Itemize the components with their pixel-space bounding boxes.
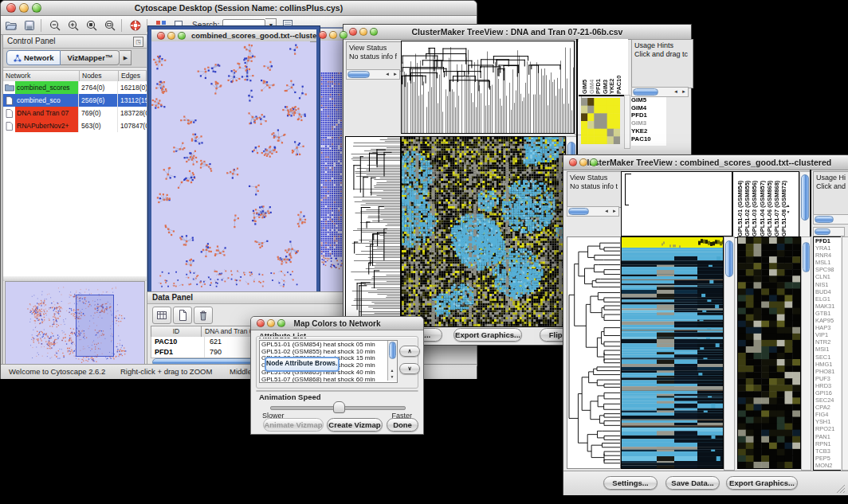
close-button[interactable]: [157, 32, 165, 40]
heatmap-side[interactable]: [737, 236, 801, 469]
gene-label: PHO81: [814, 368, 841, 375]
gene-list-vscrollbar[interactable]: [842, 236, 848, 471]
side-heatmap-vscrollbar[interactable]: [801, 236, 811, 471]
gene-label: ELG1: [814, 295, 841, 303]
attribute-list-vscrollbar[interactable]: ▲ ▼: [387, 341, 397, 381]
scroll-right-arrow[interactable]: ►: [391, 70, 399, 78]
tab-vizmapper[interactable]: VizMapper™: [61, 50, 120, 65]
view-status-hscrollbar[interactable]: ◄ ►: [346, 69, 400, 80]
zoom-in-icon[interactable]: [65, 18, 81, 33]
gene-label: RPO21: [814, 425, 841, 432]
zoom-button[interactable]: [277, 319, 285, 327]
view-status-line2: No status info t: [570, 182, 619, 191]
move-up-button[interactable]: ∧: [399, 346, 420, 357]
birdseye-view[interactable]: [5, 281, 145, 365]
network-table-row[interactable]: RNAPuberNov2+563(0)107847(0): [3, 119, 147, 132]
float-panel-icon[interactable]: ◳: [133, 37, 143, 47]
zoom-button[interactable]: [590, 158, 598, 166]
close-button[interactable]: [319, 31, 327, 39]
scroll-down-arrow[interactable]: ▼: [784, 208, 792, 216]
save-data-button[interactable]: Save Data...: [665, 476, 720, 490]
network-table-row[interactable]: DNA and Tran 07769(0)183728(0): [3, 107, 147, 119]
scroll-left-arrow[interactable]: ◄: [603, 207, 610, 215]
create-vizmap-button[interactable]: Create Vizmap: [327, 418, 383, 432]
heatmap-main[interactable]: [621, 236, 724, 469]
zoom-fit-icon[interactable]: [102, 18, 118, 33]
slider-thumb[interactable]: [333, 401, 345, 413]
document-icon[interactable]: [173, 307, 192, 324]
save-session-icon[interactable]: [22, 18, 37, 33]
row-dendrogram[interactable]: [345, 136, 401, 327]
export-graphics-button[interactable]: Export Graphics...: [726, 476, 798, 490]
gene-label: CLN1: [814, 273, 841, 280]
col-nodes: Nodes: [80, 71, 119, 81]
zoom-button[interactable]: [32, 3, 41, 13]
separator: [256, 390, 418, 392]
node-attribute-browser-tab[interactable]: Node Attribute Brows...: [265, 357, 340, 372]
main-titlebar[interactable]: Cytoscape Desktop (Session Name: collins…: [1, 1, 477, 16]
view-status-line2: No status info f: [349, 53, 400, 61]
birdseye-viewport-rect[interactable]: [76, 295, 114, 357]
birdseye-canvas[interactable]: [6, 282, 143, 363]
treeview2-titlebar[interactable]: ClusterMaker TreeView : combined_scores_…: [563, 155, 848, 170]
network-table-row[interactable]: combined_sco2569(6)13112(15): [3, 94, 147, 107]
zoom-out-icon[interactable]: [47, 18, 63, 33]
tab-network[interactable]: Network: [6, 50, 61, 65]
minimize-button[interactable]: [579, 158, 587, 166]
heatmap-vscrollbar[interactable]: [724, 236, 735, 471]
resize-grip[interactable]: [836, 484, 846, 494]
open-file-icon[interactable]: [3, 18, 19, 33]
tab-overflow-arrow[interactable]: ▶: [120, 50, 132, 65]
network1-canvas[interactable]: [151, 41, 310, 291]
export-graphics-button[interactable]: Export Graphics...: [453, 328, 522, 342]
zoom-button[interactable]: [370, 28, 378, 36]
scroll-right-arrow[interactable]: ►: [680, 88, 688, 96]
attribute-list-item[interactable]: GPL51-07 (GSM868) heat shock 60 min: [261, 377, 387, 383]
done-button[interactable]: Done: [387, 418, 418, 432]
table-icon[interactable]: [152, 307, 171, 324]
move-down-button[interactable]: ∨: [399, 363, 420, 374]
scroll-down-arrow[interactable]: ▼: [388, 373, 396, 381]
mini-heatmap[interactable]: [581, 98, 620, 144]
network-table-row[interactable]: combined_scores2764(0)16218(0): [3, 81, 147, 94]
treeview1-titlebar[interactable]: ClusterMaker TreeView : DNA and Tran 07-…: [344, 25, 691, 40]
usage-hints-hscrollbar[interactable]: [813, 214, 848, 225]
column-labels-vscrollbar[interactable]: [799, 171, 811, 238]
column-label: GPL51-01 (GSM854): [736, 174, 744, 236]
network-table-header: Network Nodes Edges: [3, 70, 147, 82]
minimize-button[interactable]: [359, 28, 367, 36]
mini-vscroll-strip[interactable]: [624, 95, 630, 149]
scroll-right-arrow[interactable]: ►: [610, 207, 618, 215]
zoom-button[interactable]: [178, 32, 186, 40]
view-status-hscrollbar[interactable]: ◄ ►: [567, 206, 619, 217]
document-icon: [3, 107, 15, 119]
zoom-selected-icon[interactable]: [84, 18, 100, 33]
col-id: ID: [151, 326, 202, 337]
col-edges: Edges: [119, 71, 147, 81]
row-dendrogram[interactable]: [567, 236, 621, 469]
minimize-button[interactable]: [267, 319, 275, 327]
trash-icon[interactable]: [194, 307, 213, 324]
scroll-left-arrow[interactable]: ◄: [383, 70, 391, 78]
close-button[interactable]: [349, 28, 357, 36]
close-button[interactable]: [257, 319, 265, 327]
settings-button[interactable]: Settings...: [603, 476, 658, 490]
minimize-button[interactable]: [329, 31, 337, 39]
usage-hints-hscrollbar[interactable]: ◄ ►: [631, 87, 689, 97]
treeview1-title: ClusterMaker TreeView : DNA and Tran 07-…: [344, 27, 691, 37]
close-button[interactable]: [6, 3, 16, 13]
heatmap-main[interactable]: [401, 136, 566, 327]
dialog-titlebar[interactable]: Map Colors to Network: [251, 317, 423, 330]
gene-list-hscrollbar[interactable]: [813, 227, 845, 236]
network1-titlebar[interactable]: combined_scores_good.txt--cluste...: [151, 29, 316, 42]
minimize-button[interactable]: [167, 32, 175, 40]
scroll-left-arrow[interactable]: ◄: [672, 88, 680, 96]
zoom-button[interactable]: [340, 31, 347, 39]
minimize-button[interactable]: [19, 3, 29, 13]
gene-label: PAN1: [814, 433, 841, 440]
column-dendrogram[interactable]: [401, 41, 575, 134]
help-icon[interactable]: [128, 18, 143, 33]
animate-vizmap-button[interactable]: Animate Vizmap: [263, 418, 324, 432]
close-button[interactable]: [569, 158, 577, 166]
treeview2-title: ClusterMaker TreeView : combined_scores_…: [563, 158, 848, 167]
